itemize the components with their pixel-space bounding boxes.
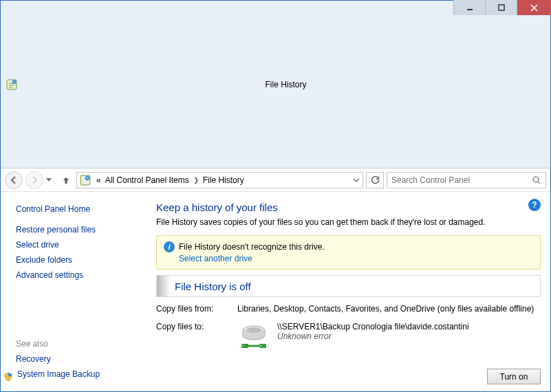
body: Control Panel Home Restore personal file… [1, 192, 550, 391]
copy-from-value: Libraries, Desktop, Contacts, Favorites,… [237, 304, 541, 314]
sidebar-restore-link[interactable]: Restore personal files [16, 225, 140, 235]
search-icon[interactable] [532, 175, 541, 185]
address-bar[interactable]: « All Control Panel Items ❯ File History [76, 172, 363, 188]
breadcrumb-item[interactable]: All Control Panel Items [104, 175, 191, 185]
breadcrumb-prefix: « [95, 175, 102, 185]
search-input[interactable] [391, 173, 532, 187]
minimize-button[interactable] [453, 0, 485, 15]
path-icon [80, 175, 91, 186]
sidebar-advanced-link[interactable]: Advanced settings [16, 270, 140, 280]
file-history-window: File History « All Control Panel Items ❯ [0, 0, 551, 392]
copy-from-label: Copy files from: [156, 304, 237, 314]
svg-rect-3 [499, 5, 504, 10]
info-icon: i [164, 241, 175, 252]
warning-text: File History doesn't recognize this driv… [179, 242, 325, 252]
maximize-button[interactable] [485, 0, 517, 15]
svg-rect-2 [467, 9, 473, 10]
svg-point-11 [242, 345, 244, 347]
turn-on-button[interactable]: Turn on [487, 369, 541, 384]
forward-button[interactable] [25, 171, 43, 189]
refresh-button[interactable] [366, 172, 384, 188]
warning-box: i File History doesn't recognize this dr… [156, 235, 541, 270]
network-drive-icon [237, 323, 270, 351]
up-button[interactable] [58, 173, 74, 188]
svg-point-6 [533, 177, 539, 182]
sidebar-system-image-link[interactable]: System Image Backup [17, 369, 100, 379]
svg-point-12 [260, 345, 261, 347]
help-icon[interactable]: ? [528, 199, 541, 211]
titlebar: File History [1, 1, 550, 168]
sidebar-recovery-link[interactable]: Recovery [16, 354, 140, 364]
breadcrumb-item[interactable]: File History [202, 175, 246, 185]
chevron-right-icon: ❯ [192, 176, 200, 184]
sidebar: Control Panel Home Restore personal file… [1, 192, 147, 391]
sidebar-select-drive-link[interactable]: Select drive [16, 240, 140, 250]
window-title: File History [21, 80, 550, 89]
window-buttons [453, 0, 551, 15]
details: Copy files from: Libraries, Desktop, Con… [156, 304, 541, 359]
history-dropdown-icon[interactable] [46, 178, 56, 182]
see-also-label: See also [16, 339, 140, 349]
status-gradient [157, 276, 171, 296]
close-button[interactable] [517, 0, 551, 15]
address-dropdown-icon[interactable] [353, 177, 360, 184]
svg-point-8 [246, 327, 261, 333]
status-bar: File History is off [156, 275, 541, 297]
search-box[interactable] [387, 172, 546, 188]
page-heading: Keep a history of your files [156, 202, 541, 213]
select-another-drive-link[interactable]: Select another drive [179, 254, 252, 263]
copy-to-label: Copy files to: [156, 322, 237, 351]
navbar: « All Control Panel Items ❯ File History [1, 168, 550, 192]
back-button[interactable] [5, 171, 23, 189]
copy-to-error: Unknown error [277, 331, 469, 341]
control-panel-home-link[interactable]: Control Panel Home [16, 204, 140, 214]
status-text: File History is off [171, 281, 251, 292]
copy-to-path: \\SERVER1\Backup Cronologia file\davide.… [277, 322, 469, 331]
page-subtext: File History saves copies of your files … [156, 217, 541, 227]
shield-icon [3, 372, 13, 382]
app-icon [6, 79, 17, 90]
main-panel: ? Keep a history of your files File Hist… [147, 192, 550, 391]
sidebar-exclude-link[interactable]: Exclude folders [16, 255, 140, 265]
